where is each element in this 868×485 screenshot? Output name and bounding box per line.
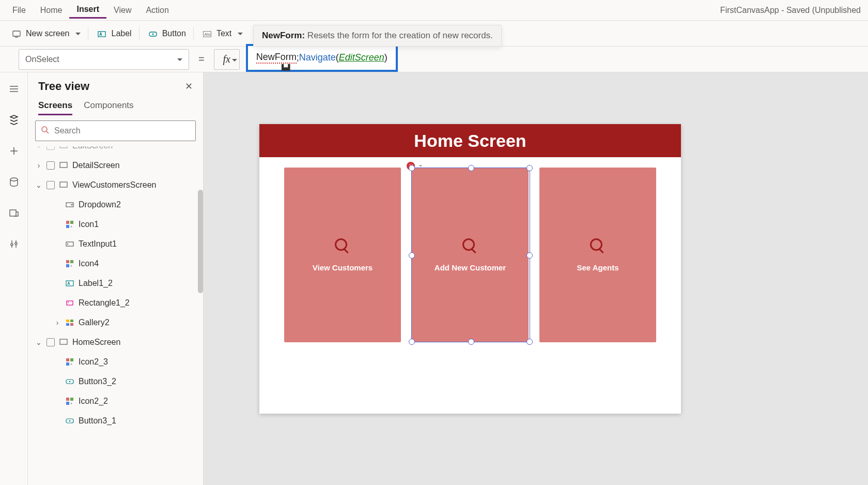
svg-rect-18 — [70, 221, 73, 224]
tree-node[interactable]: ⌄HomeScreen — [28, 332, 203, 352]
advanced-tools-button[interactable] — [8, 238, 20, 250]
iconctl-icon: + — [65, 259, 74, 268]
tab-screens[interactable]: Screens — [38, 97, 72, 115]
tree-node[interactable]: TextInput1 — [28, 234, 203, 254]
menu-file[interactable]: File — [5, 3, 33, 18]
resize-handle[interactable] — [409, 252, 415, 259]
canvas-area[interactable]: Home Screen View Customers Add New Custo… — [204, 72, 868, 485]
equals-sign: = — [195, 53, 208, 65]
svg-rect-42 — [70, 398, 73, 401]
close-icon[interactable]: ✕ — [185, 81, 193, 92]
tree-search[interactable] — [35, 120, 196, 141]
data-pane-button[interactable] — [8, 176, 20, 188]
expand-icon[interactable]: › — [35, 161, 42, 170]
resize-handle[interactable] — [409, 339, 415, 345]
resize-handle[interactable] — [409, 165, 415, 171]
menu-insert[interactable]: Insert — [69, 2, 106, 19]
card-see-agents[interactable]: See Agents — [539, 168, 656, 342]
expand-icon[interactable]: › — [54, 319, 61, 327]
tree-node[interactable]: Dropdown2 — [28, 195, 203, 215]
svg-rect-37 — [66, 362, 69, 366]
formula-token-navigate: Navigate — [299, 52, 336, 63]
expand-icon[interactable]: ⌄ — [35, 338, 42, 346]
chevron-down-icon[interactable]: ⌄ — [418, 161, 423, 168]
checkbox[interactable] — [47, 338, 55, 346]
tree-node[interactable]: +Icon2_3 — [28, 352, 203, 372]
phone-frame: Home Screen View Customers Add New Custo… — [259, 124, 681, 414]
tree-view-button[interactable] — [8, 114, 20, 126]
tree-node[interactable]: ›Gallery2 — [28, 313, 203, 332]
svg-rect-43 — [66, 402, 69, 405]
selection-outline[interactable]: ✕ ⌄ — [411, 168, 530, 342]
resize-handle[interactable] — [526, 165, 533, 171]
gallery-icon — [65, 318, 74, 327]
svg-point-29 — [68, 302, 69, 303]
formula-token-arg: EditScreen — [339, 52, 384, 63]
tree-node[interactable]: +Icon1 — [28, 215, 203, 234]
text-button[interactable]: Abc Text — [196, 27, 250, 40]
new-screen-button[interactable]: New screen — [5, 27, 88, 40]
svg-point-10 — [15, 242, 17, 245]
resize-handle[interactable] — [526, 339, 533, 345]
formula-tooltip-name: NewForm: — [262, 31, 305, 40]
resize-handle[interactable] — [468, 339, 474, 345]
hamburger-button[interactable] — [8, 83, 20, 95]
search-icon — [335, 238, 350, 254]
svg-rect-35 — [66, 358, 69, 361]
svg-rect-14 — [60, 162, 67, 168]
tree-node-label: Label1_2 — [79, 279, 113, 288]
menu-action[interactable]: Action — [138, 3, 176, 18]
resize-handle[interactable] — [526, 252, 533, 259]
menu-home[interactable]: Home — [33, 3, 70, 18]
formula-input[interactable]: NewForm;Navigate(EditScreen) ▙▟ — [246, 44, 398, 72]
card-view-customers[interactable]: View Customers — [284, 168, 401, 342]
formula-token-close: ) — [384, 52, 388, 63]
svg-rect-21 — [66, 242, 73, 246]
tree-node[interactable]: ⌄ViewCustomersScreen — [28, 175, 203, 195]
button-button[interactable]: Button — [142, 27, 194, 40]
svg-rect-8 — [10, 210, 16, 216]
app-save-status: FirstCanvasApp - Saved (Unpublished — [720, 6, 863, 15]
tree-node[interactable]: Button3_2 — [28, 372, 203, 391]
checkbox[interactable] — [47, 161, 55, 170]
property-selector-value: OnSelect — [25, 55, 59, 64]
tab-components[interactable]: Components — [84, 97, 133, 115]
fx-button[interactable]: fx — [214, 49, 240, 70]
iconctl-icon: + — [65, 220, 74, 229]
tree-node[interactable]: ›DetailScreen — [28, 156, 203, 175]
expand-icon[interactable]: ⌄ — [35, 181, 42, 189]
svg-point-46 — [69, 420, 71, 422]
card-label: See Agents — [577, 263, 618, 272]
tree-node[interactable]: Label1_2 — [28, 274, 203, 293]
tree-node[interactable]: Rectangle1_2 — [28, 293, 203, 313]
tree-node[interactable]: Button3_1 — [28, 411, 203, 431]
label-button[interactable]: Label — [90, 27, 139, 40]
tree-node[interactable]: +Icon4 — [28, 254, 203, 274]
chevron-down-icon — [238, 29, 243, 38]
tree-node[interactable]: ›EditScreen — [28, 146, 203, 156]
svg-rect-15 — [60, 182, 67, 187]
svg-rect-19 — [66, 225, 69, 228]
checkbox[interactable] — [47, 181, 55, 189]
scrollbar-thumb[interactable] — [198, 190, 203, 293]
svg-rect-13 — [60, 146, 67, 148]
resize-handle[interactable] — [468, 165, 474, 171]
media-pane-button[interactable] — [8, 207, 20, 219]
tree-title: Tree view — [38, 80, 89, 93]
text-icon: Abc — [203, 30, 212, 37]
svg-text:+: + — [70, 402, 72, 405]
svg-point-4 — [152, 33, 153, 35]
expand-icon[interactable]: › — [35, 146, 42, 150]
label-button-text: Label — [111, 29, 131, 38]
search-input[interactable] — [53, 126, 190, 136]
tree-node-label: Icon2_3 — [79, 357, 108, 367]
property-selector[interactable]: OnSelect — [19, 49, 189, 70]
screen-icon — [12, 30, 22, 37]
insert-pane-button[interactable] — [8, 145, 20, 157]
tree-node[interactable]: +Icon2_2 — [28, 391, 203, 411]
checkbox[interactable] — [47, 146, 55, 150]
menu-view[interactable]: View — [106, 3, 138, 18]
iconctl-icon: + — [65, 357, 74, 367]
tree-list[interactable]: ›EditScreen›DetailScreen⌄ViewCustomersSc… — [28, 146, 203, 485]
svg-rect-31 — [70, 320, 73, 322]
